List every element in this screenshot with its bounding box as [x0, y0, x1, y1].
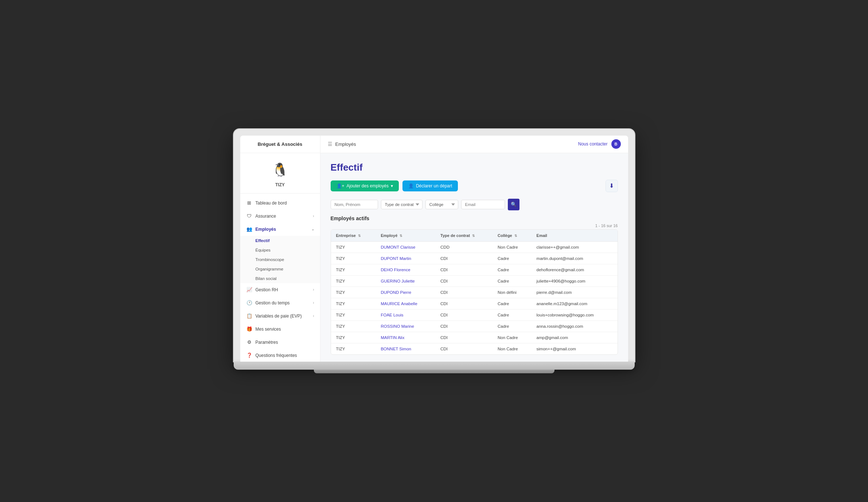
- sidebar-item-parametres[interactable]: ⚙ Paramètres: [240, 336, 320, 349]
- cell-employe[interactable]: DEHO Florence: [375, 264, 435, 275]
- sort-icon: ⇅: [400, 234, 402, 238]
- screen-inner: Bréguet & Associés 🐧 TIZY ⊞ Tableau de b…: [240, 136, 628, 362]
- sidebar-item-mes-services[interactable]: 🎁 Mes services: [240, 323, 320, 336]
- employees-table-wrapper: Entreprise ⇅ Employé ⇅ Type de contrat: [331, 229, 618, 355]
- cell-employe[interactable]: DUPOND Pierre: [375, 287, 435, 298]
- sidebar-item-gestion-du-temps[interactable]: 🕐 Gestion du temps ›: [240, 296, 320, 310]
- name-filter-input[interactable]: [331, 200, 378, 209]
- table-row: TIZY GUERINO Juliette CDI Cadre juliette…: [331, 275, 618, 287]
- sidebar-item-label: Assurance: [256, 214, 276, 219]
- cell-employe[interactable]: MAURICE Anabelle: [375, 298, 435, 309]
- laptop-base: [234, 362, 635, 370]
- cell-type-contrat: CDI: [435, 320, 493, 332]
- parametres-icon: ⚙: [246, 339, 253, 346]
- cell-employe[interactable]: DUPONT Martin: [375, 253, 435, 264]
- gestion-temps-icon: 🕐: [246, 300, 253, 306]
- chevron-right-icon: ›: [313, 288, 314, 292]
- avatar-icon: 🐧: [269, 159, 291, 181]
- cell-email: clarisse++@gmail.com: [532, 241, 618, 253]
- table-row: TIZY ROSSINO Marine CDI Cadre anna.rossi…: [331, 320, 618, 332]
- table-header: Entreprise ⇅ Employé ⇅ Type de contrat: [331, 230, 618, 242]
- sidebar-subitem-bilan-social[interactable]: Bilan social: [240, 274, 320, 283]
- laptop-wrapper: Bréguet & Associés 🐧 TIZY ⊞ Tableau de b…: [234, 129, 635, 373]
- sidebar-subitem-trombinoscope[interactable]: Trombinoscope: [240, 255, 320, 264]
- cell-entreprise: TIZY: [331, 241, 376, 253]
- contract-type-filter[interactable]: Type de contrat CDI CDD: [381, 200, 423, 209]
- email-filter-input[interactable]: [461, 200, 505, 209]
- cell-entreprise: TIZY: [331, 343, 376, 354]
- cell-employe[interactable]: ROSSINO Marine: [375, 320, 435, 332]
- search-button[interactable]: 🔍: [508, 199, 519, 210]
- sidebar-avatar: 🐧 TIZY: [240, 153, 320, 194]
- cell-employe[interactable]: GUERINO Juliette: [375, 275, 435, 287]
- brand-name: Bréguet & Associés: [240, 136, 320, 153]
- cell-employe[interactable]: DUMONT Clarisse: [375, 241, 435, 253]
- cell-email: louis+cobrowsing@hoggo.com: [532, 309, 618, 320]
- cell-email: dehoflorence@gmail.com: [532, 264, 618, 275]
- chevron-right-icon: ›: [313, 214, 314, 218]
- add-person-icon: 👤+: [336, 183, 345, 188]
- declare-depart-button[interactable]: 👤 Déclarer un départ: [402, 180, 458, 191]
- sidebar-nav: ⊞ Tableau de bord 🛡 Assurance › 👥 Employ…: [240, 194, 320, 362]
- variables-paie-icon: 📋: [246, 313, 253, 319]
- cell-college: Cadre: [493, 298, 532, 309]
- add-employes-button[interactable]: 👤+ Ajouter des employés ▾: [331, 180, 399, 191]
- cell-entreprise: TIZY: [331, 309, 376, 320]
- chevron-right-icon: ›: [313, 314, 314, 318]
- sidebar-item-assurance[interactable]: 🛡 Assurance ›: [240, 210, 320, 223]
- cell-email: ananelle.m123@gmail.com: [532, 298, 618, 309]
- chevron-down-icon: ⌄: [311, 227, 314, 231]
- sidebar-item-tableau-de-bord[interactable]: ⊞ Tableau de bord: [240, 196, 320, 210]
- col-email: Email: [532, 230, 618, 242]
- action-buttons: 👤+ Ajouter des employés ▾ 👤 Déclarer un …: [331, 180, 618, 192]
- cell-entreprise: TIZY: [331, 332, 376, 343]
- sidebar-item-variables-de-paie[interactable]: 📋 Variables de paie (EVP) ›: [240, 310, 320, 323]
- col-type-contrat[interactable]: Type de contrat ⇅: [435, 230, 493, 242]
- sidebar-item-label: Paramètres: [256, 340, 278, 345]
- college-filter[interactable]: Collège Cadre Non Cadre: [425, 200, 458, 209]
- laptop-foot: [314, 370, 554, 373]
- sidebar-item-employes[interactable]: 👥 Employés ⌄: [240, 223, 320, 236]
- employes-submenu: Effectif Équipes Trombinoscope Organigra…: [240, 236, 320, 283]
- sidebar-item-label: Tableau de bord: [256, 201, 287, 206]
- cell-employe[interactable]: MARTIN Alix: [375, 332, 435, 343]
- col-employe[interactable]: Employé ⇅: [375, 230, 435, 242]
- cell-entreprise: TIZY: [331, 253, 376, 264]
- cell-type-contrat: CDI: [435, 264, 493, 275]
- main-content: ☰ Employés Nous contacter B Effectif 👤+: [320, 136, 628, 362]
- pagination-info: 1 - 16 sur 16: [331, 223, 618, 228]
- user-avatar-button[interactable]: B: [611, 139, 621, 149]
- table-row: TIZY FOAE Louis CDI Cadre louis+cobrowsi…: [331, 309, 618, 320]
- cell-employe[interactable]: BONNET Simon: [375, 343, 435, 354]
- col-entreprise[interactable]: Entreprise ⇅: [331, 230, 376, 242]
- download-button[interactable]: ⬇: [606, 180, 618, 192]
- topbar: ☰ Employés Nous contacter B: [320, 136, 628, 153]
- sidebar-subitem-organigramme[interactable]: Organigramme: [240, 264, 320, 274]
- cell-type-contrat: CDI: [435, 343, 493, 354]
- sidebar-item-label: Mes services: [256, 327, 281, 332]
- avatar-name: TIZY: [275, 182, 285, 187]
- table-row: TIZY DUPOND Pierre CDI Non défini pierre…: [331, 287, 618, 298]
- cell-email: martin.dupont@mail.com: [532, 253, 618, 264]
- col-college[interactable]: Collège ⇅: [493, 230, 532, 242]
- content-area: Effectif 👤+ Ajouter des employés ▾ 👤 Déc…: [320, 153, 628, 362]
- mes-services-icon: 🎁: [246, 326, 253, 332]
- cell-employe[interactable]: FOAE Louis: [375, 309, 435, 320]
- sidebar-subitem-equipes[interactable]: Équipes: [240, 245, 320, 255]
- employees-table: Entreprise ⇅ Employé ⇅ Type de contrat: [331, 230, 618, 354]
- cell-email: pierre.d@mail.com: [532, 287, 618, 298]
- contact-link[interactable]: Nous contacter: [578, 141, 608, 147]
- dropdown-arrow-icon: ▾: [391, 183, 393, 188]
- table-row: TIZY BONNET Simon CDI Non Cadre simon++@…: [331, 343, 618, 354]
- cell-college: Cadre: [493, 320, 532, 332]
- cell-entreprise: TIZY: [331, 320, 376, 332]
- sidebar-item-questions-frequentes[interactable]: ❓ Questions fréquentes: [240, 349, 320, 362]
- sidebar: Bréguet & Associés 🐧 TIZY ⊞ Tableau de b…: [240, 136, 320, 362]
- sidebar-item-gestion-rh[interactable]: 📈 Gestion RH ›: [240, 283, 320, 296]
- sidebar-item-label: Gestion RH: [256, 287, 278, 292]
- cell-college: Non défini: [493, 287, 532, 298]
- sidebar-subitem-effectif[interactable]: Effectif: [240, 236, 320, 245]
- cell-college: Cadre: [493, 253, 532, 264]
- dashboard-icon: ⊞: [246, 200, 253, 206]
- section-title: Employés actifs: [331, 215, 618, 221]
